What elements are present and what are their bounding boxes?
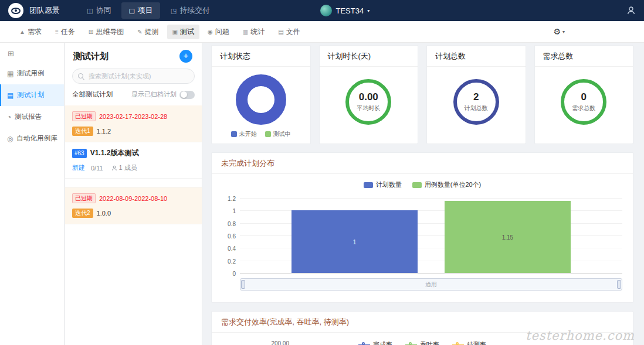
collaboration-icon: ◫ bbox=[87, 7, 93, 15]
bar-case-count[interactable]: 1.15 bbox=[445, 201, 571, 273]
y-axis-tick: 200.00 bbox=[261, 340, 289, 345]
account-icon[interactable] bbox=[626, 6, 636, 15]
tab-label: 提测 bbox=[145, 27, 159, 37]
requirements-icon: ▲ bbox=[19, 29, 25, 35]
line-marker-icon bbox=[358, 342, 370, 345]
legend-item-not-started[interactable]: 未开始 bbox=[231, 130, 257, 138]
test-plan-icon: ▤ bbox=[7, 91, 13, 100]
tab-requirements[interactable]: ▲ 需求 bbox=[14, 25, 47, 39]
legend-item-pending-test-rate[interactable]: 待测率 bbox=[452, 340, 486, 345]
project-icon: ▢ bbox=[128, 7, 134, 15]
plan-filter-dropdown[interactable]: 全部测试计划 bbox=[72, 90, 113, 99]
caret-down-icon: ▾ bbox=[367, 8, 370, 13]
legend-item-testing[interactable]: 测试中 bbox=[265, 130, 291, 138]
data-zoom-slider[interactable]: 通用 bbox=[240, 278, 622, 291]
legend-item-throughput-rate[interactable]: 吞吐率 bbox=[405, 340, 439, 345]
auto-case-icon: ◎ bbox=[7, 135, 13, 143]
card-title: 需求总数 bbox=[535, 46, 633, 66]
app-logo[interactable] bbox=[8, 3, 23, 18]
legend-item-completion-rate[interactable]: 完成率 bbox=[358, 340, 392, 345]
duration-ring: 0.00 平均时长 bbox=[345, 79, 391, 125]
nav-item-label: 项目 bbox=[138, 5, 153, 16]
create-plan-button[interactable]: + bbox=[179, 50, 192, 63]
archived-toggle[interactable] bbox=[179, 91, 195, 99]
legend-item-plan-count[interactable]: 计划数量 bbox=[364, 180, 402, 189]
watermark: testerhome.com bbox=[526, 329, 635, 343]
tab-files[interactable]: ▤ 文件 bbox=[273, 25, 305, 39]
plan-search-input[interactable] bbox=[89, 73, 189, 80]
tab-issues[interactable]: ◉ 问题 bbox=[202, 25, 235, 39]
nav-item-continuous-delivery[interactable]: ◳ 持续交付 bbox=[164, 2, 217, 19]
apps-grid-icon[interactable]: ⊞ bbox=[8, 49, 14, 58]
sidebar-item-test-reports[interactable]: ◔ 测试报告 bbox=[0, 106, 64, 128]
plan-list-item[interactable]: 已过期 2023-02-17-2023-02-28 迭代1 1.1.2 bbox=[65, 105, 202, 142]
zoom-handle-right[interactable] bbox=[617, 280, 621, 289]
tab-label: 统计 bbox=[250, 27, 265, 37]
tab-mindmap[interactable]: ⊞ 思维导图 bbox=[83, 25, 129, 39]
y-axis-tick: 0 bbox=[232, 271, 236, 277]
plan-members: 1 成员 bbox=[111, 163, 137, 172]
sidebar-item-test-cases[interactable]: ▦ 测试用例 bbox=[0, 63, 64, 84]
line-marker-icon bbox=[452, 342, 464, 345]
plan-id-badge: #63 bbox=[72, 149, 87, 158]
tab-submit-test[interactable]: ✎ 提测 bbox=[132, 25, 164, 39]
iteration-badge: 迭代1 bbox=[72, 127, 93, 136]
brand-title: 团队愿景 bbox=[29, 5, 60, 16]
plan-total-card: 计划总数 2 计划总数 bbox=[426, 45, 526, 144]
tab-label: 文件 bbox=[286, 27, 300, 37]
member-icon bbox=[111, 165, 117, 171]
sidebar-item-test-plans[interactable]: ▤ 测试计划 bbox=[0, 84, 64, 106]
legend-item-case-count[interactable]: 用例数量(单位20个) bbox=[412, 180, 482, 189]
stat-value: 0.00 bbox=[359, 91, 378, 103]
y-axis-tick: 1.2 bbox=[228, 196, 236, 202]
settings-menu[interactable]: ⚙ ▾ bbox=[553, 27, 565, 36]
tab-label: 测试 bbox=[180, 27, 194, 37]
user-avatar bbox=[320, 5, 332, 16]
plan-status-donut-chart[interactable] bbox=[236, 74, 286, 125]
tab-tasks[interactable]: ≡ 任务 bbox=[50, 25, 80, 39]
bar-plan-count[interactable]: 1 bbox=[292, 210, 418, 273]
statistics-icon: ▥ bbox=[243, 29, 248, 35]
nav-item-project[interactable]: ▢ 项目 bbox=[121, 2, 160, 19]
stat-value: 2 bbox=[473, 91, 479, 103]
card-title: 计划总数 bbox=[427, 46, 526, 66]
section-title: 未完成计划分布 bbox=[212, 153, 633, 173]
logo-eye-icon bbox=[11, 8, 21, 14]
sidebar-item-auto-case-library[interactable]: ◎ 自动化用例库 bbox=[0, 128, 64, 149]
plan-date-range: 2022-08-09-2022-08-10 bbox=[99, 195, 167, 202]
plan-date-range: 2023-02-17-2023-02-28 bbox=[99, 113, 167, 120]
plan-list-item[interactable]: 已过期 2022-08-09-2022-08-10 迭代2 1.0.0 bbox=[65, 187, 202, 224]
nav-item-label: 持续交付 bbox=[179, 5, 210, 16]
requirement-total-card: 需求总数 0 需求总数 bbox=[534, 45, 634, 144]
plan-name: V1.1.2版本测试 bbox=[90, 148, 139, 158]
line-marker-icon bbox=[405, 342, 417, 345]
submit-test-icon: ✎ bbox=[137, 29, 142, 35]
sidebar-item-label: 测试计划 bbox=[17, 91, 44, 100]
archived-toggle-label: 显示已归档计划 bbox=[131, 90, 177, 99]
search-icon bbox=[78, 73, 85, 80]
zoom-handle-left[interactable] bbox=[241, 280, 245, 289]
dashboard-main: 计划状态 未开始 测试中 计划时长(天) 0.00 平均时长 bbox=[203, 43, 644, 345]
y-axis-tick: 0.8 bbox=[228, 220, 236, 227]
legend-swatch bbox=[412, 182, 422, 188]
sidebar-item-label: 测试报告 bbox=[15, 112, 42, 121]
sidebar-item-label: 自动化用例库 bbox=[16, 134, 57, 143]
user-menu[interactable]: TEST34 ▾ bbox=[320, 5, 370, 16]
project-tabbar: ▲ 需求 ≡ 任务 ⊞ 思维导图 ✎ 提测 ▣ 测试 ◉ 问题 ▥ 统计 ▤ 文… bbox=[0, 21, 644, 43]
tab-test[interactable]: ▣ 测试 bbox=[167, 25, 199, 39]
test-plan-panel: 测试计划 + 全部测试计划 显示已归档计划 已过期 2023-02-17-202… bbox=[65, 43, 202, 345]
test-case-icon: ▦ bbox=[7, 70, 13, 78]
legend-swatch bbox=[364, 182, 373, 188]
legend-swatch bbox=[231, 131, 237, 137]
iteration-badge: 迭代2 bbox=[72, 209, 93, 218]
bar-chart-plot: 1.2 1 0.8 0.6 0.4 0.2 0 1 1.15 bbox=[240, 198, 622, 273]
plan-list-item[interactable]: #63 V1.1.2版本测试 新建 0/11 1 成员 bbox=[65, 142, 202, 179]
tab-statistics[interactable]: ▥ 统计 bbox=[238, 25, 270, 39]
card-title: 计划状态 bbox=[212, 46, 310, 66]
stat-label: 平均时长 bbox=[357, 104, 380, 112]
plan-status-card: 计划状态 未开始 测试中 bbox=[211, 45, 311, 144]
nav-item-collaboration[interactable]: ◫ 协同 bbox=[80, 2, 118, 19]
test-icon: ▣ bbox=[172, 29, 178, 35]
test-sidebar: ⊞ ▦ 测试用例 ▤ 测试计划 ◔ 测试报告 ◎ 自动化用例库 bbox=[0, 43, 65, 345]
issues-icon: ◉ bbox=[208, 29, 213, 35]
